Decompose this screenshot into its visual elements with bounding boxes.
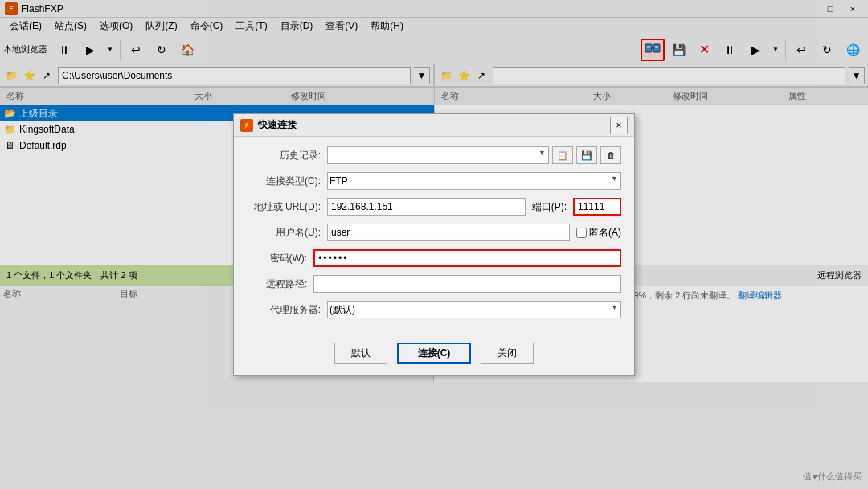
dialog-titlebar: ⚡ 快速连接 × bbox=[234, 114, 634, 137]
anon-checkbox[interactable] bbox=[576, 228, 587, 238]
password-row: 密码(W): bbox=[247, 249, 621, 267]
addr-label: 地址或 URL(D): bbox=[247, 200, 327, 214]
port-label: 端口(P): bbox=[529, 200, 570, 214]
proxy-row: 代理服务器: (默认) bbox=[247, 301, 621, 318]
dialog-overlay: ⚡ 快速连接 × 历史记录: 📋 💾 🗑 bbox=[0, 0, 868, 489]
dialog-footer: 默认 连接(C) 关闭 bbox=[234, 336, 634, 375]
quick-connect-dialog: ⚡ 快速连接 × 历史记录: 📋 💾 🗑 bbox=[233, 113, 635, 376]
addr-row: 地址或 URL(D): 端口(P): bbox=[247, 198, 621, 216]
dialog-icon: ⚡ bbox=[240, 119, 253, 132]
history-btn1[interactable]: 📋 bbox=[552, 146, 573, 164]
proxy-wrapper: (默认) bbox=[327, 301, 621, 318]
remote-path-input[interactable] bbox=[313, 275, 621, 293]
password-input[interactable] bbox=[313, 249, 621, 267]
username-label: 用户名(U): bbox=[247, 226, 327, 240]
history-row: 历史记录: 📋 💾 🗑 bbox=[247, 146, 621, 164]
addr-input[interactable] bbox=[327, 198, 526, 216]
proxy-select[interactable]: (默认) bbox=[327, 301, 621, 318]
username-row: 用户名(U): 匿名(A) bbox=[247, 224, 621, 241]
proxy-label: 代理服务器: bbox=[247, 303, 327, 317]
conn-type-row: 连接类型(C): FTP FTPS SFTP bbox=[247, 172, 621, 190]
remote-path-row: 远程路径: bbox=[247, 275, 621, 293]
conn-type-select[interactable]: FTP FTPS SFTP bbox=[327, 172, 621, 190]
history-btn2[interactable]: 💾 bbox=[576, 146, 597, 164]
dialog-title: 快速连接 bbox=[258, 118, 610, 132]
history-select-wrapper bbox=[327, 146, 549, 164]
password-label: 密码(W): bbox=[247, 252, 313, 265]
close-dialog-button[interactable]: 关闭 bbox=[481, 343, 534, 364]
default-button[interactable]: 默认 bbox=[334, 343, 387, 364]
dialog-body: 历史记录: 📋 💾 🗑 连接类型(C): FTP bbox=[234, 137, 634, 336]
history-btn3[interactable]: 🗑 bbox=[600, 146, 621, 164]
connect-button-dialog[interactable]: 连接(C) bbox=[397, 343, 472, 364]
dialog-close-button[interactable]: × bbox=[610, 117, 628, 134]
port-input[interactable] bbox=[573, 198, 621, 216]
remote-path-label: 远程路径: bbox=[247, 277, 313, 291]
username-input[interactable] bbox=[327, 224, 570, 241]
anon-checkbox-label: 匿名(A) bbox=[576, 226, 621, 240]
conn-type-label: 连接类型(C): bbox=[247, 175, 327, 188]
history-select[interactable] bbox=[327, 146, 549, 164]
history-label: 历史记录: bbox=[247, 149, 327, 162]
conn-type-wrapper: FTP FTPS SFTP bbox=[327, 172, 621, 190]
